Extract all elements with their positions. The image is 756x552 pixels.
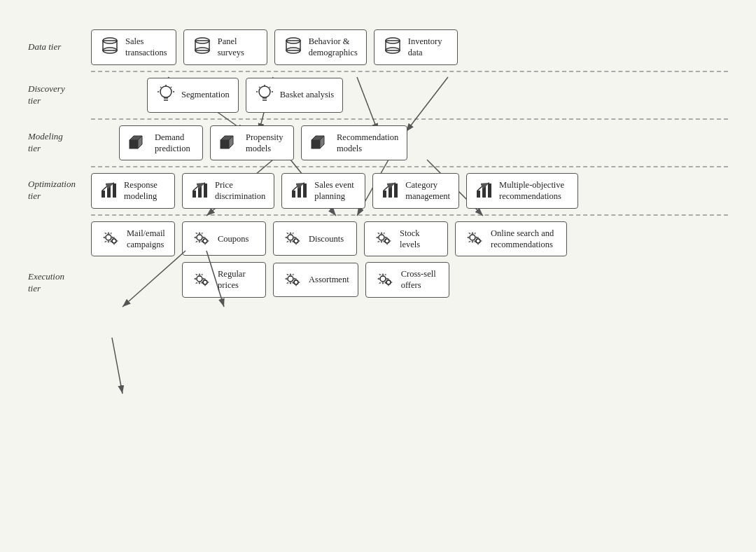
mail-email-label: Mail/emailcampaigns bbox=[127, 228, 165, 251]
svg-point-72 bbox=[470, 235, 475, 240]
discovery-tier-content: Segmentation Basket analysis bbox=[91, 78, 728, 113]
demand-prediction-box: Demandprediction bbox=[119, 125, 203, 161]
svg-rect-63 bbox=[488, 184, 491, 198]
svg-rect-56 bbox=[298, 186, 301, 198]
svg-point-67 bbox=[203, 239, 207, 243]
propensity-models-box: Propensitymodels bbox=[210, 125, 294, 161]
gear-icon-7 bbox=[282, 269, 303, 291]
svg-point-32 bbox=[259, 86, 270, 97]
svg-rect-58 bbox=[383, 191, 386, 198]
price-discrimination-box: Pricediscrimination bbox=[182, 173, 274, 209]
gear-icon bbox=[100, 228, 121, 249]
blocks-icon bbox=[128, 132, 149, 154]
segmentation-label: Segmentation bbox=[181, 89, 230, 100]
svg-point-64 bbox=[106, 235, 111, 240]
category-management-label: Categorymanagement bbox=[405, 179, 450, 202]
stock-levels-box: Stocklevels bbox=[364, 221, 448, 257]
category-management-box: Categorymanagement bbox=[372, 173, 459, 209]
recommendation-models-box: Recommendationmodels bbox=[301, 125, 407, 161]
svg-rect-53 bbox=[198, 186, 202, 198]
response-modeling-box: Responsemodeling bbox=[91, 173, 175, 209]
svg-point-74 bbox=[197, 276, 202, 282]
database-icon-4 bbox=[383, 36, 402, 58]
data-tier-content: Salestransactions Panelsurveys Behavior … bbox=[91, 29, 728, 65]
svg-point-69 bbox=[294, 239, 298, 243]
bulb-icon bbox=[156, 84, 176, 106]
optimization-tier-content: Responsemodeling Pricediscrimination Sal… bbox=[91, 173, 728, 209]
divider-1 bbox=[91, 71, 728, 72]
svg-point-65 bbox=[112, 239, 116, 243]
coupons-box: Coupons bbox=[182, 221, 266, 256]
svg-rect-55 bbox=[292, 191, 295, 198]
gear-icon-5 bbox=[464, 228, 485, 249]
chart-icon-5 bbox=[475, 181, 493, 201]
svg-line-38 bbox=[259, 87, 260, 88]
svg-rect-43 bbox=[220, 140, 229, 149]
svg-rect-51 bbox=[113, 184, 116, 198]
database-icon-2 bbox=[192, 36, 212, 58]
price-discrimination-label: Pricediscrimination bbox=[215, 179, 265, 202]
online-search-box: Online search andrecommendations bbox=[455, 221, 567, 257]
cross-sell-offers-box: Cross-selloffers bbox=[365, 262, 449, 298]
execution-row-1: Mail/emailcampaigns Coupons bbox=[91, 221, 728, 257]
svg-point-76 bbox=[288, 276, 293, 282]
svg-rect-52 bbox=[192, 191, 196, 198]
sales-transactions-box: Salestransactions bbox=[91, 29, 176, 65]
execution-row-2: Regularprices Assortment bbox=[91, 262, 728, 298]
discovery-tier-row: Discoverytier Segmentation Basket analys… bbox=[28, 78, 728, 113]
svg-point-24 bbox=[160, 86, 172, 97]
sales-event-planning-label: Sales eventplanning bbox=[314, 179, 354, 202]
basket-analysis-box: Basket analysis bbox=[246, 78, 343, 113]
modeling-tier-row: Modelingtier Demandprediction Propensity… bbox=[28, 125, 728, 161]
optimization-tier-row: Optimizationtier Responsemodeling Priced… bbox=[28, 173, 728, 209]
svg-rect-57 bbox=[303, 184, 307, 198]
database-icon bbox=[100, 36, 120, 58]
bulb-icon-2 bbox=[255, 84, 274, 106]
svg-line-39 bbox=[270, 87, 270, 88]
modeling-tier-content: Demandprediction Propensitymodels Recomm… bbox=[91, 125, 728, 161]
chart-icon-3 bbox=[290, 181, 309, 201]
blocks-icon-3 bbox=[310, 132, 331, 154]
divider-4 bbox=[91, 214, 728, 216]
divider-3 bbox=[91, 166, 728, 167]
svg-point-79 bbox=[386, 280, 391, 284]
svg-rect-61 bbox=[477, 191, 480, 198]
behavior-demographics-label: Behavior &demographics bbox=[309, 36, 358, 59]
svg-point-75 bbox=[203, 280, 207, 284]
svg-point-71 bbox=[385, 239, 389, 243]
panel-surveys-label: Panelsurveys bbox=[218, 36, 244, 59]
gear-icon-4 bbox=[373, 228, 394, 249]
svg-rect-49 bbox=[102, 191, 105, 198]
database-icon-3 bbox=[284, 36, 303, 58]
inventory-data-label: Inventorydata bbox=[408, 36, 442, 59]
diagram-container: Data tier Salestransactions Panelsurveys… bbox=[0, 0, 756, 552]
data-tier-row: Data tier Salestransactions Panelsurveys… bbox=[28, 29, 728, 65]
sales-event-planning-box: Sales eventplanning bbox=[281, 173, 365, 209]
divider-2 bbox=[91, 118, 728, 120]
gear-icon-3 bbox=[282, 228, 303, 249]
cross-sell-offers-label: Cross-selloffers bbox=[401, 268, 436, 291]
regular-prices-label: Regularprices bbox=[218, 268, 246, 291]
svg-line-30 bbox=[160, 87, 161, 88]
discounts-box: Discounts bbox=[273, 221, 357, 256]
response-modeling-label: Responsemodeling bbox=[124, 179, 158, 202]
svg-line-11 bbox=[112, 338, 122, 394]
svg-point-73 bbox=[476, 239, 480, 243]
online-search-label: Online search andrecommendations bbox=[491, 228, 554, 251]
svg-point-66 bbox=[197, 235, 202, 240]
svg-point-77 bbox=[294, 280, 298, 284]
assortment-box: Assortment bbox=[273, 263, 358, 297]
optimization-tier-label: Optimizationtier bbox=[28, 179, 91, 202]
svg-rect-46 bbox=[312, 140, 320, 149]
data-tier-label: Data tier bbox=[28, 41, 91, 53]
svg-point-68 bbox=[288, 235, 293, 240]
segmentation-box: Segmentation bbox=[147, 78, 239, 113]
svg-rect-60 bbox=[394, 184, 398, 198]
svg-rect-59 bbox=[388, 186, 392, 198]
inventory-data-box: Inventorydata bbox=[374, 29, 458, 65]
multiobjective-recommendations-box: Multiple-objectiverecommendations bbox=[466, 173, 578, 209]
gear-icon-8 bbox=[374, 269, 396, 291]
multiobjective-recommendations-label: Multiple-objectiverecommendations bbox=[499, 179, 564, 202]
recommendation-models-label: Recommendationmodels bbox=[337, 132, 398, 155]
execution-tier-row: Executiontier Mail/emailcampaigns bbox=[28, 221, 728, 298]
